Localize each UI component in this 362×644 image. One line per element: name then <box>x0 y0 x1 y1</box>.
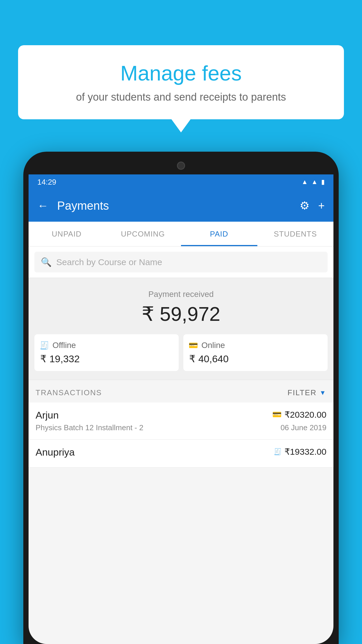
search-container: 🔍 Search by Course or Name <box>29 246 333 278</box>
camera-notch <box>177 162 185 170</box>
search-icon: 🔍 <box>41 257 52 267</box>
online-label: Online <box>201 341 225 350</box>
signal-icon: ▲ <box>311 178 318 186</box>
bubble-title: Manage fees <box>36 61 326 85</box>
status-icons: ▲ ▲ ▮ <box>301 178 325 186</box>
transaction-main-arjun: Arjun 💳 ₹20320.00 <box>36 410 326 421</box>
add-button[interactable]: + <box>318 200 325 212</box>
transaction-row-anupriya[interactable]: Anupriya 🧾 ₹19332.00 <box>29 440 333 468</box>
online-icon: 💳 <box>189 341 198 350</box>
filter-label: FILTER <box>288 388 317 397</box>
app-bar-title: Payments <box>57 199 294 212</box>
offline-card-header: 🧾 Offline <box>40 341 76 350</box>
transaction-main-anupriya: Anupriya 🧾 ₹19332.00 <box>36 447 326 458</box>
app-bar-icons: ⚙ + <box>300 199 325 212</box>
transactions-header: TRANSACTIONS FILTER ▼ <box>29 380 333 402</box>
tab-students[interactable]: STUDENTS <box>257 222 334 246</box>
online-card: 💳 Online ₹ 40,640 <box>183 334 328 371</box>
phone-top-bar <box>29 157 333 174</box>
transaction-sub-arjun: Physics Batch 12 Installment - 2 06 June… <box>36 423 326 432</box>
search-input[interactable]: Search by Course or Name <box>56 257 162 267</box>
offline-icon: 🧾 <box>40 341 49 350</box>
rupee-payment-icon-anupriya: 🧾 <box>274 448 282 456</box>
transaction-name-anupriya: Anupriya <box>36 447 75 458</box>
search-box[interactable]: 🔍 Search by Course or Name <box>34 252 328 272</box>
tabs-bar: UNPAID UPCOMING PAID STUDENTS <box>29 222 333 246</box>
wifi-icon: ▲ <box>301 178 308 186</box>
phone-frame: 14:29 ▲ ▲ ▮ ← Payments ⚙ + UNPAID UPCOMI… <box>23 152 339 644</box>
battery-icon: ▮ <box>321 178 325 186</box>
transaction-name-arjun: Arjun <box>36 410 59 421</box>
payment-total-amount: ₹ 59,972 <box>29 302 333 326</box>
status-time: 14:29 <box>37 178 56 187</box>
online-amount: ₹ 40,640 <box>189 353 229 365</box>
settings-icon[interactable]: ⚙ <box>300 199 310 212</box>
payment-received-label: Payment received <box>29 290 333 299</box>
card-payment-icon-arjun: 💳 <box>272 410 282 419</box>
transaction-amount-arjun: ₹20320.00 <box>284 410 326 420</box>
online-card-header: 💳 Online <box>189 341 225 350</box>
offline-amount: ₹ 19,332 <box>40 353 80 365</box>
speech-bubble: Manage fees of your students and send re… <box>18 45 344 119</box>
transaction-amount-wrap-arjun: 💳 ₹20320.00 <box>272 410 326 420</box>
transaction-row[interactable]: Arjun 💳 ₹20320.00 Physics Batch 12 Insta… <box>29 402 333 440</box>
offline-label: Offline <box>52 341 76 350</box>
back-button[interactable]: ← <box>37 200 48 212</box>
transaction-amount-wrap-anupriya: 🧾 ₹19332.00 <box>274 447 326 457</box>
transaction-amount-anupriya: ₹19332.00 <box>284 447 326 457</box>
transaction-date-arjun: 06 June 2019 <box>280 423 326 432</box>
status-bar: 14:29 ▲ ▲ ▮ <box>29 174 333 190</box>
filter-icon: ▼ <box>319 389 326 397</box>
transaction-course-arjun: Physics Batch 12 Installment - 2 <box>36 423 143 432</box>
bubble-subtitle: of your students and send receipts to pa… <box>36 91 326 103</box>
payment-summary: Payment received ₹ 59,972 🧾 Offline ₹ 19… <box>29 278 333 380</box>
payment-cards: 🧾 Offline ₹ 19,332 💳 Online ₹ 40,640 <box>29 334 333 371</box>
app-bar: ← Payments ⚙ + <box>29 190 333 222</box>
filter-button[interactable]: FILTER ▼ <box>288 388 326 397</box>
tab-upcoming[interactable]: UPCOMING <box>105 222 181 246</box>
transactions-label: TRANSACTIONS <box>36 388 102 397</box>
offline-card: 🧾 Offline ₹ 19,332 <box>34 334 179 371</box>
phone-screen: ← Payments ⚙ + UNPAID UPCOMING PAID STUD… <box>29 190 333 644</box>
speech-bubble-container: Manage fees of your students and send re… <box>18 45 344 119</box>
tab-unpaid[interactable]: UNPAID <box>29 222 105 246</box>
tab-paid[interactable]: PAID <box>181 222 257 246</box>
